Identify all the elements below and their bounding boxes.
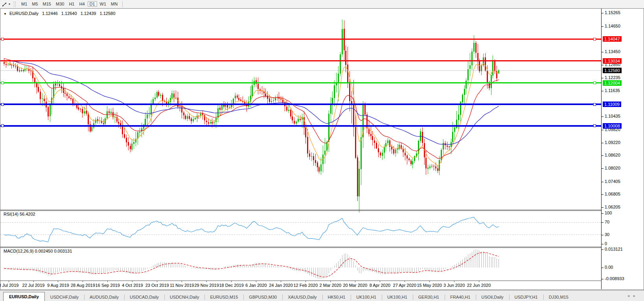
current-price-label: 1.12580 [603,68,622,73]
rsi-pane-label: RSI(14) 56.4202 [4,212,35,216]
timeframe-button-w1[interactable]: W1 [98,1,109,7]
chart-tab-uk100-h1[interactable]: UK100,H1 [351,293,382,301]
timeframe-button-m1[interactable]: M1 [19,1,29,7]
date-tick-label: 15 May 2020 [417,283,442,288]
chart-tab-usdchf-daily[interactable]: USDCHF,Daily [45,293,84,301]
date-tick-label: 22 Jul 2019 [22,283,45,288]
macd-pane-label: MACD(12,26,9) 0.002450 0.003131 [4,249,72,253]
rsi-tick-label: 0 [605,241,607,246]
timeframe-buttons: M1M5M15M30H1H4D1W1MN [19,1,120,7]
open-value: 1.12446 [42,11,58,16]
chart-tab-usdcad-daily[interactable]: USDCAD,Daily [124,293,164,301]
date-tick-label: 20 Mar 2020 [343,283,367,288]
hline-price-label: 1.12004 [603,80,622,86]
date-tick-label: 3 Jun 2020 [443,283,465,288]
chart-tab-gbpusd-m30[interactable]: GBPUSD,M30 [243,293,282,301]
tab-scroll-left-icon[interactable]: ◂ [627,294,633,298]
timeframe-button-d1[interactable]: D1 [88,1,97,7]
price-tick-label: 1.14650 [605,24,620,29]
date-tick-label: 29 Nov 2019 [194,283,219,288]
tab-scroll-right-icon[interactable]: ▸ [633,294,639,298]
chart-cursor-icon[interactable] [1,1,8,7]
high-value: 1.12640 [61,11,77,16]
rsi-tick-label: 70 [605,220,609,225]
price-tick-label: 1.07405 [605,179,620,184]
chart-tab-uk100-h1[interactable]: UK100,H1 [382,293,413,301]
chart-tab-bar: EURUSD,DailyUSDCHF,DailyAUDUSD,DailyUSDC… [0,290,644,301]
date-tick-label: 11 Nov 2019 [170,283,194,288]
date-tick-label: 3 Jul 2019 [0,283,18,288]
price-tick-label: 1.13450 [605,49,620,54]
price-tick-label: 1.12235 [605,75,620,80]
symbol-period-label: EURUSD,Daily [9,11,39,16]
chart-tab-xauusd-daily[interactable]: XAUUSD,Daily [282,293,322,301]
hline-price-label: 1.13034 [603,58,622,64]
date-tick-label: 6 Jan 2020 [245,283,267,288]
chart-tab-fra40-h1[interactable]: FRA40,H1 [445,293,476,301]
price-tick-label: 1.10435 [605,114,620,119]
chart-tab-dj30-m15[interactable]: DJ30,M15 [543,293,574,301]
chart-title: ▼ EURUSD,Daily 1.12446 1.12640 1.12439 1… [4,11,118,16]
price-tick-label: 1.08620 [605,153,620,158]
rsi-tick-label: 100 [605,211,612,216]
hline-price-label: 1.14047 [603,36,622,42]
date-tick-label: 12 Feb 2020 [294,283,318,288]
date-tick-label: 24 Jan 2020 [269,283,293,288]
low-value: 1.12439 [81,11,96,16]
timeframe-button-m5[interactable]: M5 [30,1,40,7]
chart-tab-eurusd-daily[interactable]: EURUSD,Daily [3,292,45,301]
date-tick-label: 8 Apr 2020 [370,283,390,288]
macd-tick-label: -0.008933 [605,276,624,281]
date-tick-label: 27 Apr 2020 [393,283,416,288]
price-tick-label: 1.15265 [605,10,620,15]
chart-tab-usdjpy-h1[interactable]: USDJPY,H1 [509,293,543,301]
price-axis[interactable]: 1.152651.146501.134501.128501.122351.116… [601,9,644,289]
timeframe-button-h4[interactable]: H4 [77,1,86,7]
date-tick-label: 22 Jun 2020 [467,283,491,288]
toolbar-grip[interactable] [14,2,16,7]
price-tick-label: 1.06205 [605,205,620,210]
timeframe-button-h1[interactable]: H1 [67,1,76,7]
date-tick-label: 23 Oct 2019 [145,283,169,288]
toolbar-separator [122,1,123,7]
macd-tick-label: 0.00 [605,265,613,270]
timeframe-button-mn[interactable]: MN [109,1,120,7]
date-tick-label: 9 Aug 2019 [47,283,69,288]
price-tick-label: 1.08020 [605,166,620,171]
timeframe-toolbar: ▾ M1M5M15M30H1H4D1W1MN [0,0,644,9]
chart-tab-usoil-daily[interactable]: USOil,Daily [476,293,509,301]
chart-tab-usdcnh-daily[interactable]: USDCNH,Daily [164,293,205,301]
date-tick-label: 4 Oct 2019 [122,283,143,288]
macd-tick-label: 0.013121 [605,247,623,252]
date-tick-label: 16 Sep 2019 [96,283,120,288]
chart-tab-eurusd-m15[interactable]: EURUSD,M15 [204,293,243,301]
timeframe-button-m30[interactable]: M30 [54,1,66,7]
date-tick-label: 2 Mar 2020 [320,283,342,288]
timeframe-button-m15[interactable]: M15 [41,1,53,7]
chart-plot-area[interactable] [0,9,601,289]
rsi-tick-label: 30 [605,232,609,237]
trading-terminal: ▾ M1M5M15M30H1H4D1W1MN ▼ EURUSD,Daily 1.… [0,0,644,301]
close-value: 1.12580 [100,11,116,16]
date-tick-label: 28 Aug 2019 [71,283,95,288]
chart-tab-ger30-h1[interactable]: GER30,H1 [413,293,445,301]
price-tick-label: 1.06805 [605,192,620,197]
price-tick-label: 1.11635 [605,88,620,93]
chart-window: ▼ EURUSD,Daily 1.12446 1.12640 1.12439 1… [0,8,644,290]
date-tick-label: 18 Dec 2019 [219,283,243,288]
chart-tab-audusd-daily[interactable]: AUDUSD,Daily [84,293,124,301]
hline-price-label: 1.11009 [603,102,621,107]
hline-price-label: 1.10008 [603,123,622,129]
chevron-down-icon[interactable]: ▾ [9,2,10,6]
tab-scroll-arrows[interactable]: ◂▸ [627,294,639,298]
chart-tab-hk50-h1[interactable]: HK50,H1 [322,293,351,301]
collapse-triangle-icon[interactable]: ▼ [4,12,7,16]
price-tick-label: 1.09220 [605,140,620,145]
